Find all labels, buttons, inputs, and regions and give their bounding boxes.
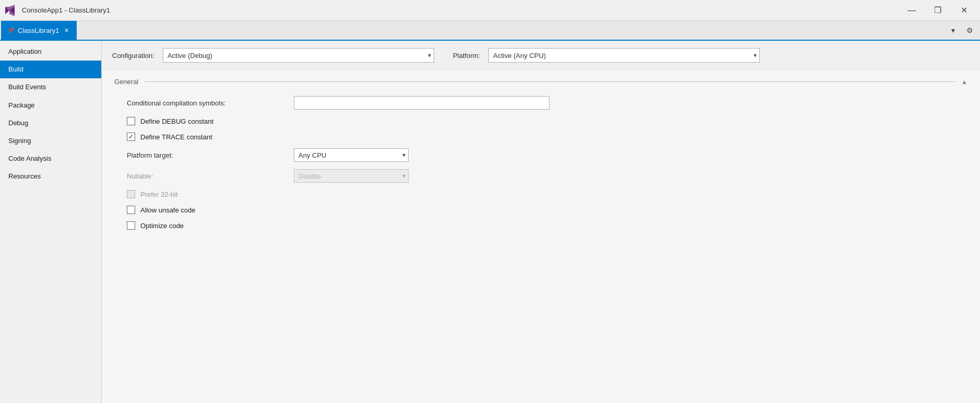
sidebar-item-build-events[interactable]: Build Events — [0, 78, 101, 96]
define-debug-row: Define DEBUG constant — [114, 117, 967, 125]
window-controls: — ❐ ✕ — [900, 2, 976, 19]
close-button[interactable]: ✕ — [952, 2, 976, 19]
settings-icon-button[interactable]: ⚙ — [962, 23, 977, 38]
platform-label: Platform: — [453, 52, 480, 60]
vs-logo-icon — [4, 4, 17, 17]
sidebar-item-debug[interactable]: Debug — [0, 114, 101, 132]
platform-target-select[interactable]: Any CPU x86 x64 ARM — [294, 148, 409, 162]
prefer-32bit-label: Prefer 32-bit — [140, 191, 178, 198]
tab-label: ClassLibrary1 — [18, 27, 59, 34]
optimize-code-checkbox[interactable] — [127, 221, 135, 230]
minimize-button[interactable]: — — [900, 2, 924, 19]
app-title: ConsoleApp1 - ClassLibrary1 — [22, 6, 110, 14]
tab-bar: 📌 ClassLibrary1 ✕ ▾ ⚙ — [0, 21, 980, 41]
tab-close-icon[interactable]: ✕ — [62, 26, 70, 34]
general-section-heading: General ▲ — [114, 78, 967, 86]
platform-select-wrapper: Active (Any CPU) — [488, 48, 760, 63]
platform-target-label: Platform target: — [127, 151, 294, 159]
configuration-select[interactable]: Active (Debug) — [163, 48, 434, 63]
platform-select[interactable]: Active (Any CPU) — [488, 48, 760, 63]
configuration-select-wrapper: Active (Debug) — [163, 48, 434, 63]
section-divider — [145, 81, 955, 82]
config-row: Configuration: Active (Debug) Platform: … — [102, 41, 980, 69]
define-debug-checkbox[interactable] — [127, 117, 135, 125]
define-trace-label[interactable]: Define TRACE constant — [140, 133, 212, 141]
sidebar-item-package[interactable]: Package — [0, 97, 101, 114]
form-inner: General ▲ Conditional compilation symbol… — [102, 69, 980, 250]
optimize-code-row: Optimize code — [114, 221, 967, 230]
restore-button[interactable]: ❐ — [926, 2, 950, 19]
configuration-label: Configuration: — [112, 52, 154, 60]
form-area: General ▲ Conditional compilation symbol… — [102, 69, 980, 403]
sidebar-item-build[interactable]: Build — [0, 61, 101, 78]
title-bar-left: ConsoleApp1 - ClassLibrary1 — [4, 4, 110, 17]
sidebar-item-signing[interactable]: Signing — [0, 132, 101, 150]
tab-classlibrary1[interactable]: 📌 ClassLibrary1 ✕ — [1, 21, 77, 40]
define-trace-checkbox[interactable] — [127, 133, 135, 141]
nullable-select: Disable Enable Warnings Annotations — [294, 169, 409, 183]
sidebar: Application Build Build Events Package D… — [0, 41, 102, 403]
tab-pin-icon[interactable]: 📌 — [7, 27, 15, 34]
allow-unsafe-row: Allow unsafe code — [114, 206, 967, 214]
nullable-label: Nullable: — [127, 172, 294, 180]
platform-target-select-wrapper: Any CPU x86 x64 ARM — [294, 148, 409, 162]
platform-target-row: Platform target: Any CPU x86 x64 ARM — [114, 148, 967, 162]
conditional-compilation-label: Conditional compilation symbols: — [127, 99, 294, 107]
conditional-compilation-row: Conditional compilation symbols: — [114, 96, 967, 110]
general-heading-text: General — [114, 78, 138, 86]
title-bar: ConsoleApp1 - ClassLibrary1 — ❐ ✕ — [0, 0, 980, 21]
sidebar-item-resources[interactable]: Resources — [0, 168, 101, 185]
tab-bar-tabs: 📌 ClassLibrary1 ✕ — [1, 21, 77, 40]
conditional-compilation-input[interactable] — [294, 96, 549, 110]
section-collapse-icon[interactable]: ▲ — [961, 78, 967, 86]
nullable-select-wrapper: Disable Enable Warnings Annotations — [294, 169, 409, 183]
content-panel: Configuration: Active (Debug) Platform: … — [102, 41, 980, 403]
allow-unsafe-checkbox[interactable] — [127, 206, 135, 214]
nullable-row: Nullable: Disable Enable Warnings Annota… — [114, 169, 967, 183]
allow-unsafe-label[interactable]: Allow unsafe code — [140, 206, 196, 214]
sidebar-item-application[interactable]: Application — [0, 43, 101, 61]
main-content: Application Build Build Events Package D… — [0, 41, 980, 403]
prefer-32bit-row: Prefer 32-bit — [114, 190, 967, 198]
tab-dropdown-button[interactable]: ▾ — [946, 23, 960, 38]
define-debug-label[interactable]: Define DEBUG constant — [140, 117, 213, 125]
optimize-code-label[interactable]: Optimize code — [140, 222, 184, 230]
define-trace-row: Define TRACE constant — [114, 133, 967, 141]
sidebar-item-code-analysis[interactable]: Code Analysis — [0, 150, 101, 168]
prefer-32bit-checkbox — [127, 190, 135, 198]
tab-bar-right-controls: ▾ ⚙ — [946, 21, 979, 40]
